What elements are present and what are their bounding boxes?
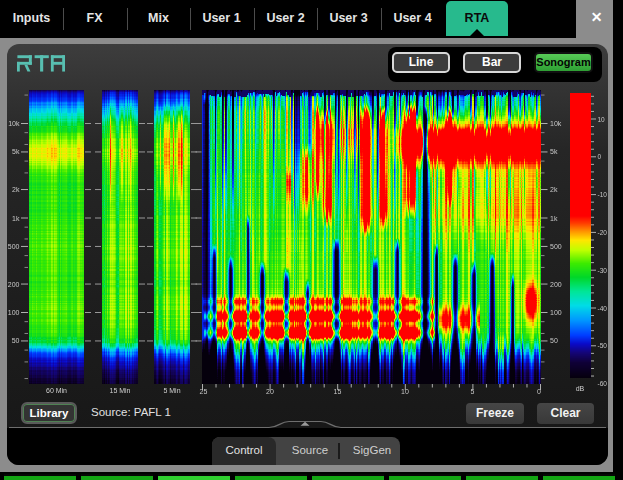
svg-text:-30: -30: [598, 267, 608, 274]
svg-text:200: 200: [550, 281, 562, 288]
svg-text:100: 100: [550, 309, 562, 316]
svg-text:50: 50: [12, 337, 20, 344]
svg-text:15: 15: [334, 388, 342, 395]
svg-text:-20: -20: [598, 229, 608, 236]
svg-text:10k: 10k: [8, 120, 20, 127]
svg-text:5 Min: 5 Min: [163, 387, 180, 394]
svg-text:0: 0: [598, 153, 602, 160]
svg-text:15 Min: 15 Min: [109, 387, 130, 394]
svg-text:10: 10: [598, 116, 606, 123]
svg-text:2k: 2k: [550, 186, 558, 193]
svg-text:0: 0: [537, 388, 541, 395]
svg-text:-60: -60: [598, 380, 608, 387]
svg-text:1k: 1k: [12, 215, 20, 222]
svg-text:-40: -40: [598, 305, 608, 312]
svg-text:2k: 2k: [12, 186, 20, 193]
svg-text:10k: 10k: [550, 120, 562, 127]
svg-text:200: 200: [8, 281, 20, 288]
svg-text:10: 10: [401, 388, 409, 395]
svg-text:60 Min: 60 Min: [46, 387, 67, 394]
svg-text:25: 25: [200, 388, 208, 395]
svg-text:5k: 5k: [550, 148, 558, 155]
svg-text:dB: dB: [576, 385, 585, 392]
svg-text:5: 5: [471, 388, 475, 395]
svg-text:50: 50: [550, 337, 558, 344]
svg-text:5k: 5k: [12, 148, 20, 155]
svg-text:500: 500: [8, 243, 20, 250]
svg-text:20: 20: [266, 388, 274, 395]
svg-text:1k: 1k: [550, 215, 558, 222]
svg-text:100: 100: [8, 309, 20, 316]
svg-text:-50: -50: [598, 342, 608, 349]
svg-text:-10: -10: [598, 191, 608, 198]
svg-text:500: 500: [550, 243, 562, 250]
